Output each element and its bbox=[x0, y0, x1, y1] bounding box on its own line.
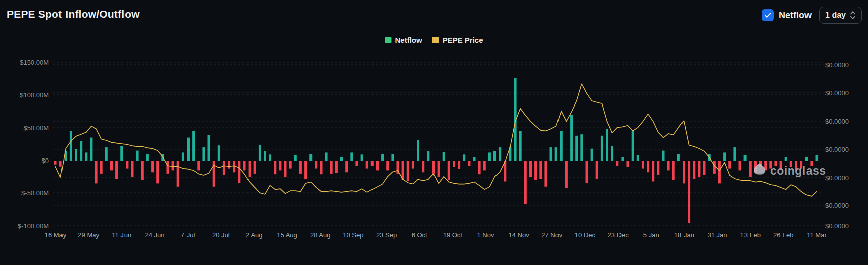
netflow-bar bbox=[627, 161, 629, 167]
netflow-bar bbox=[657, 161, 659, 175]
netflow-bar bbox=[228, 161, 230, 169]
netflow-bar bbox=[366, 161, 368, 169]
netflow-bar bbox=[616, 161, 618, 166]
netflow-bar bbox=[739, 161, 741, 170]
axis-label: $0.0000 bbox=[825, 61, 849, 69]
netflow-bar bbox=[723, 152, 726, 161]
axis-label: $100.00M bbox=[20, 91, 49, 99]
netflow-bar bbox=[182, 152, 184, 161]
netflow-bar bbox=[688, 161, 690, 223]
pepe-spot-inflow-outflow-panel: PEPE Spot Inflow/Outflow Netflow 1 day N… bbox=[0, 0, 868, 265]
netflow-bar bbox=[443, 152, 445, 161]
netflow-bar bbox=[218, 145, 220, 161]
netflow-bar bbox=[453, 161, 455, 167]
axis-label: $150.00M bbox=[20, 59, 49, 66]
axis-label: $0.0000 bbox=[825, 118, 849, 125]
netflow-bar bbox=[769, 161, 772, 169]
netflow-bar bbox=[110, 161, 113, 170]
axis-label: 11 Mar bbox=[807, 231, 827, 239]
netflow-bar bbox=[105, 147, 108, 161]
netflow-bar bbox=[80, 141, 82, 161]
netflow-bar bbox=[586, 161, 588, 183]
netflow-bar bbox=[621, 157, 624, 161]
netflow-bar bbox=[800, 161, 802, 169]
netflow-bar bbox=[156, 161, 159, 183]
netflow-bar bbox=[345, 161, 348, 172]
netflow-bar bbox=[478, 161, 481, 174]
axis-label: 18 Jan bbox=[674, 231, 694, 239]
netflow-bar bbox=[713, 161, 716, 174]
netflow-bar bbox=[667, 161, 670, 170]
netflow-bar bbox=[534, 161, 537, 180]
netflow-bar bbox=[795, 161, 797, 170]
netflow-bar bbox=[493, 151, 496, 161]
netflow-bar bbox=[141, 161, 144, 180]
axis-label: 2 Aug bbox=[245, 231, 262, 239]
axis-label: 27 Nov bbox=[541, 231, 563, 239]
axis-label: 26 Feb bbox=[773, 231, 793, 239]
netflow-bar bbox=[115, 161, 118, 179]
axis-label: 24 Jun bbox=[145, 231, 164, 239]
netflow-bar bbox=[126, 161, 128, 169]
axis-label: 23 Dec bbox=[607, 231, 629, 239]
netflow-bar bbox=[187, 138, 190, 161]
netflow-bar bbox=[192, 131, 195, 161]
netflow-bar bbox=[361, 154, 363, 161]
netflow-bar bbox=[146, 154, 149, 161]
netflow-bar bbox=[355, 161, 358, 166]
netflow-bar bbox=[90, 138, 92, 161]
chart-plot-area[interactable]: $150.00M$100.00M$50.00M$0$-50.00M$-100.0… bbox=[0, 0, 868, 265]
price-line bbox=[55, 84, 817, 196]
netflow-bar bbox=[59, 161, 62, 167]
netflow-bar bbox=[611, 146, 613, 161]
netflow-bar bbox=[672, 161, 675, 180]
netflow-bar bbox=[213, 161, 215, 187]
netflow-bar bbox=[294, 155, 297, 161]
netflow-bar bbox=[284, 161, 287, 177]
netflow-bar bbox=[438, 161, 440, 177]
netflow-bar bbox=[805, 157, 808, 161]
netflow-bar bbox=[524, 161, 527, 204]
netflow-bar bbox=[85, 152, 87, 161]
axis-label: $50.00M bbox=[23, 124, 49, 132]
axis-label: 28 Aug bbox=[310, 231, 331, 239]
netflow-bar bbox=[299, 161, 302, 174]
netflow-bar bbox=[550, 147, 552, 161]
netflow-bar bbox=[223, 161, 225, 175]
axis-label: 5 Jan bbox=[643, 231, 659, 239]
netflow-bar bbox=[785, 157, 787, 161]
netflow-bar bbox=[391, 154, 394, 161]
axis-label: 10 Sep bbox=[343, 231, 363, 239]
netflow-bar bbox=[350, 152, 353, 161]
netflow-bar bbox=[269, 154, 271, 161]
netflow-bar bbox=[647, 161, 649, 172]
netflow-bar bbox=[458, 161, 460, 169]
netflow-bar bbox=[580, 134, 583, 161]
netflow-bar bbox=[790, 161, 792, 167]
netflow-bar bbox=[151, 161, 154, 172]
axis-label: 23 Sep bbox=[376, 231, 397, 239]
axis-label: 15 Aug bbox=[277, 231, 297, 239]
netflow-bar bbox=[238, 161, 240, 183]
netflow-bar bbox=[95, 161, 98, 183]
netflow-bar bbox=[412, 161, 414, 169]
netflow-bar bbox=[335, 161, 338, 173]
netflow-bar bbox=[381, 154, 384, 161]
netflow-bar bbox=[75, 149, 77, 161]
netflow-bar bbox=[759, 161, 762, 167]
netflow-bar bbox=[177, 161, 179, 187]
axis-label: 16 May bbox=[45, 231, 67, 239]
netflow-bar bbox=[764, 161, 767, 170]
axis-label: 1 Nov bbox=[477, 231, 494, 239]
netflow-bar bbox=[274, 161, 276, 174]
netflow-bar bbox=[816, 155, 818, 161]
axis-label: 19 Oct bbox=[443, 231, 463, 239]
netflow-bar bbox=[539, 161, 542, 179]
netflow-bar bbox=[167, 161, 169, 174]
netflow-bar bbox=[575, 136, 578, 161]
netflow-bar bbox=[417, 140, 419, 161]
axis-label: 14 Nov bbox=[509, 231, 530, 239]
axis-label: $0.0000 bbox=[825, 89, 849, 97]
netflow-bar bbox=[70, 131, 72, 161]
netflow-bar bbox=[264, 151, 266, 161]
